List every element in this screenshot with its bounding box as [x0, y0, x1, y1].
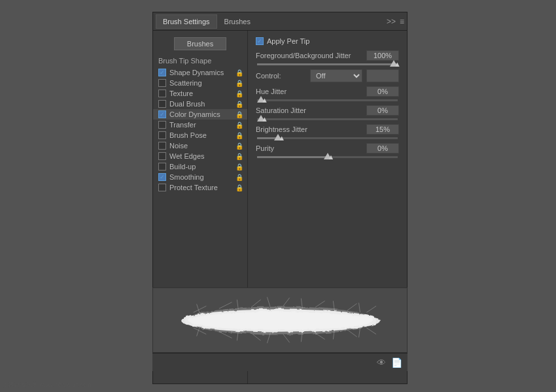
label-wet-edges: Wet Edges [169, 152, 205, 160]
brushes-button[interactable]: Brushes [174, 37, 226, 50]
sat-jitter-label: Saturation Jitter [256, 106, 366, 114]
lock-icon-dual-brush: 🔒 [235, 101, 243, 108]
svg-line-25 [267, 333, 270, 344]
sat-jitter-row: Saturation Jitter [256, 105, 399, 116]
apply-per-tip-row: ✓ Apply Per Tip [256, 37, 399, 45]
lock-icon-wet-edges: 🔒 [235, 153, 243, 160]
tab-brush-settings[interactable]: Brush Settings [156, 14, 217, 29]
hue-jitter-value[interactable] [366, 86, 399, 97]
checkbox-build-up[interactable] [158, 163, 166, 171]
svg-line-22 [359, 303, 360, 313]
svg-line-13 [283, 335, 290, 343]
hue-jitter-slider[interactable]: ▲ [256, 99, 399, 101]
label-shape-dynamics: Shape Dynamics [169, 69, 224, 76]
purity-value[interactable] [366, 143, 399, 154]
fg-bg-jitter-thumb[interactable]: ▲ [390, 60, 398, 67]
fg-bg-jitter-row: Foreground/Background Jitter [256, 50, 399, 61]
checkbox-texture[interactable] [158, 90, 166, 97]
eye-icon[interactable]: 👁 [377, 357, 386, 368]
fg-bg-jitter-value[interactable] [366, 50, 399, 61]
sidebar-item-dual-brush[interactable]: Dual Brush 🔒 [153, 99, 247, 109]
bright-jitter-row: Brightness Jitter [256, 124, 399, 135]
control-mini-input [366, 69, 399, 82]
sidebar-item-transfer[interactable]: Transfer 🔒 [153, 120, 247, 130]
brush-preview-svg [153, 288, 407, 352]
label-transfer: Transfer [169, 121, 196, 129]
svg-point-2 [187, 311, 373, 329]
svg-line-23 [197, 327, 200, 336]
lock-icon-transfer: 🔒 [235, 122, 243, 129]
checkbox-color-dynamics[interactable]: ✓ [158, 110, 166, 118]
purity-row: Purity [256, 143, 399, 154]
control-row: Control: Off Fade Pen Pressure Pen Tilt [256, 69, 399, 82]
hue-jitter-label: Hue Jitter [256, 88, 366, 95]
preview-bottom-bar: 👁 📄 [152, 353, 408, 371]
label-build-up: Build-up [169, 163, 196, 171]
sidebar-item-brush-pose[interactable]: Brush Pose 🔒 [153, 130, 247, 140]
svg-line-7 [315, 301, 325, 308]
svg-line-17 [197, 304, 200, 314]
svg-line-5 [251, 300, 261, 308]
brush-preview-area [152, 287, 408, 353]
bright-jitter-label: Brightness Jitter [256, 125, 366, 133]
hue-jitter-thumb[interactable]: ▲ [257, 96, 265, 103]
sidebar-item-texture[interactable]: Texture 🔒 [153, 88, 247, 99]
sat-jitter-value[interactable] [366, 105, 399, 116]
label-dual-brush: Dual Brush [169, 100, 205, 108]
checkbox-smoothing[interactable]: ✓ [158, 173, 166, 181]
fg-bg-jitter-label: Foreground/Background Jitter [256, 52, 366, 59]
checkbox-apply-per-tip[interactable]: ✓ [256, 37, 264, 45]
svg-line-14 [315, 333, 325, 340]
svg-line-6 [283, 298, 290, 306]
bright-jitter-thumb[interactable]: ▲ [274, 134, 282, 140]
label-smoothing: Smoothing [169, 173, 204, 181]
label-protect-texture: Protect Texture [169, 184, 218, 191]
brush-tip-shape-header: Brush Tip Shape [153, 56, 247, 66]
label-brush-pose: Brush Pose [169, 131, 207, 139]
menu-icon[interactable]: ≡ [400, 17, 404, 26]
checkbox-wet-edges[interactable] [158, 152, 166, 160]
checkbox-dual-brush[interactable] [158, 100, 166, 108]
svg-line-9 [366, 306, 376, 312]
sidebar-item-shape-dynamics[interactable]: ✓ Shape Dynamics 🔒 [153, 67, 247, 78]
svg-line-19 [267, 297, 270, 308]
checkbox-shape-dynamics[interactable]: ✓ [158, 69, 166, 76]
label-scattering: Scattering [169, 79, 202, 87]
checkbox-transfer[interactable] [158, 121, 166, 129]
control-select[interactable]: Off Fade Pen Pressure Pen Tilt [310, 69, 362, 82]
svg-line-11 [219, 332, 232, 338]
checkbox-noise[interactable] [158, 142, 166, 150]
checkbox-scattering[interactable] [158, 79, 166, 87]
lock-icon-color-dynamics: 🔒 [235, 111, 243, 118]
lock-icon-brush-pose: 🔒 [235, 132, 243, 139]
bright-jitter-slider[interactable]: ▲ [256, 137, 399, 139]
sidebar-item-smoothing[interactable]: ✓ Smoothing 🔒 [153, 172, 247, 182]
fg-bg-jitter-slider[interactable]: ▲ [256, 63, 399, 65]
sidebar-item-scattering[interactable]: Scattering 🔒 [153, 78, 247, 88]
label-texture: Texture [169, 90, 193, 97]
new-document-icon[interactable]: 📄 [391, 357, 402, 368]
sidebar-item-wet-edges[interactable]: Wet Edges 🔒 [153, 151, 247, 161]
lock-icon-scattering: 🔒 [235, 80, 243, 87]
tab-bar: Brush Settings Brushes >> ≡ [153, 12, 407, 31]
tab-icons: >> ≡ [387, 17, 404, 26]
lock-icon-shape-dynamics: 🔒 [235, 69, 243, 76]
checkbox-brush-pose[interactable] [158, 131, 166, 139]
tab-brushes[interactable]: Brushes [217, 14, 258, 29]
sidebar-item-build-up[interactable]: Build-up 🔒 [153, 161, 247, 172]
sat-jitter-slider[interactable]: ▲ [256, 118, 399, 120]
sidebar-item-protect-texture[interactable]: Protect Texture 🔒 [153, 182, 247, 193]
purity-slider[interactable]: ▲ [256, 156, 399, 158]
lock-icon-noise: 🔒 [235, 142, 243, 150]
svg-line-16 [366, 328, 376, 335]
sat-jitter-thumb[interactable]: ▲ [257, 115, 265, 122]
bright-jitter-value[interactable] [366, 124, 399, 135]
apply-per-tip-label: Apply Per Tip [267, 37, 309, 45]
purity-thumb[interactable]: ▲ [324, 153, 332, 159]
checkbox-protect-texture[interactable] [158, 184, 166, 191]
svg-line-12 [251, 333, 261, 341]
forward-icon[interactable]: >> [387, 17, 396, 26]
svg-line-15 [347, 330, 357, 337]
sidebar-item-noise[interactable]: Noise 🔒 [153, 140, 247, 151]
sidebar-item-color-dynamics[interactable]: ✓ Color Dynamics 🔒 [153, 109, 247, 120]
